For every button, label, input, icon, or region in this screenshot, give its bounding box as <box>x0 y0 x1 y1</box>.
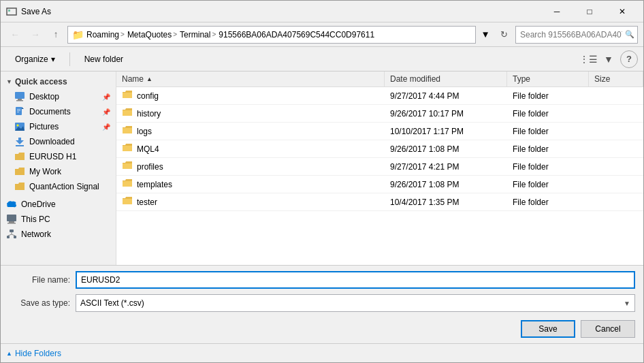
header-type[interactable]: Type <box>507 72 589 86</box>
svg-rect-2 <box>15 92 25 99</box>
sidebar-item-mywork[interactable]: My Work <box>1 164 116 179</box>
title-bar-controls: ─ □ ✕ <box>541 1 638 22</box>
sidebar-item-pictures-label: Pictures <box>29 122 59 131</box>
sidebar-item-onedrive[interactable]: OneDrive <box>1 197 116 212</box>
view-toggle-button[interactable]: ⋮ ☰ <box>579 50 597 68</box>
new-folder-label: New folder <box>84 54 123 64</box>
crumb-guid[interactable]: 915566BA06ADA407569C544CC0D97611 <box>219 30 374 40</box>
organize-arrow-icon: ▾ <box>51 54 55 64</box>
file-cell-name: history <box>116 105 385 122</box>
file-name-6: tester <box>137 198 157 207</box>
address-dropdown-button[interactable]: ▼ <box>479 27 492 43</box>
address-path[interactable]: 📁 Roaming > MetaQuotes > Terminal > 9155… <box>67 26 476 44</box>
sidebar-item-thispc[interactable]: This PC <box>1 212 116 227</box>
file-row[interactable]: config 9/27/2017 4:44 PM File folder <box>116 87 643 105</box>
pin-icon-desktop: 📌 <box>102 93 110 101</box>
bottom-area: File name: Save as type: ASCII Text (*.c… <box>1 265 643 343</box>
svg-rect-15 <box>7 215 16 221</box>
file-row[interactable]: MQL4 9/26/2017 1:08 PM File folder <box>116 140 643 158</box>
title-bar: Save As ─ □ ✕ <box>1 1 643 22</box>
sidebar-item-downloaded-label: Downloaded <box>29 137 75 146</box>
quick-access-header[interactable]: ▼ Quick access <box>1 74 116 89</box>
hide-folders-toggle[interactable]: ▲ Hide Folders <box>6 349 61 358</box>
svg-rect-3 <box>18 99 22 100</box>
svg-rect-17 <box>7 223 16 224</box>
toolbar: Organize ▾ New folder ⋮ ☰ ▼ ? <box>1 47 643 72</box>
sidebar-item-downloaded[interactable]: Downloaded <box>1 134 116 149</box>
file-row[interactable]: logs 10/10/2017 1:17 PM File folder <box>116 123 643 140</box>
file-cell-date-0: 9/27/2017 4:44 PM <box>385 87 507 104</box>
sidebar-item-documents[interactable]: Documents 📌 <box>1 104 116 119</box>
svg-rect-20 <box>14 236 16 238</box>
folder-icon-4 <box>122 161 133 172</box>
view-icon2: ☰ <box>589 54 598 65</box>
file-cell-size-1 <box>589 105 643 122</box>
file-row[interactable]: history 9/26/2017 10:17 PM File folder <box>116 105 643 123</box>
header-date[interactable]: Date modified <box>385 72 507 86</box>
forward-icon: → <box>31 29 39 40</box>
folder-icon-1 <box>122 108 133 119</box>
file-type-select[interactable]: ASCII Text (*.csv) ▼ <box>76 294 635 312</box>
sidebar-item-eurusd[interactable]: EURUSD H1 <box>1 149 116 164</box>
search-box[interactable]: 🔍 <box>515 26 638 44</box>
crumb-roaming[interactable]: Roaming > <box>86 30 125 40</box>
crumb-arrow-3: > <box>212 31 216 38</box>
organize-button[interactable]: Organize ▾ <box>6 50 64 69</box>
file-row[interactable]: templates 9/26/2017 1:08 PM File folder <box>116 176 643 193</box>
search-icon: 🔍 <box>625 30 634 39</box>
forward-button[interactable]: → <box>27 26 44 44</box>
close-button[interactable]: ✕ <box>607 1 638 22</box>
organize-label: Organize <box>15 54 48 64</box>
thispc-icon <box>6 214 17 225</box>
svg-rect-10 <box>17 112 19 112</box>
file-type-row: Save as type: ASCII Text (*.csv) ▼ <box>1 291 643 317</box>
view-icon: ⋮ <box>579 54 589 65</box>
sidebar-item-network-label: Network <box>21 230 51 239</box>
header-date-label: Date modified <box>390 74 440 84</box>
svg-rect-1 <box>8 10 10 12</box>
sidebar-item-thispc-label: This PC <box>21 215 50 224</box>
file-cell-name: logs <box>116 123 385 140</box>
file-cell-size-5 <box>589 176 643 193</box>
up-icon: ↑ <box>54 29 59 40</box>
header-size[interactable]: Size <box>589 72 643 86</box>
crumb-roaming-label: Roaming <box>86 30 119 40</box>
help-button[interactable]: ? <box>620 50 638 68</box>
svg-rect-4 <box>16 100 23 101</box>
crumb-arrow-1: > <box>120 31 125 38</box>
folder-icon-6 <box>122 196 133 208</box>
refresh-button[interactable]: ↻ <box>495 26 513 44</box>
pictures-icon <box>14 121 25 132</box>
sidebar-item-eurusd-label: EURUSD H1 <box>29 152 76 161</box>
file-cell-type-1: File folder <box>507 105 589 122</box>
toolbar-right: ⋮ ☰ ▼ ? <box>579 50 638 68</box>
crumb-metaquotes-label: MetaQuotes <box>127 30 172 40</box>
file-list-header: Name ▲ Date modified Type Size <box>116 72 643 87</box>
search-input[interactable] <box>520 30 622 40</box>
sidebar-item-pictures[interactable]: Pictures 📌 <box>1 119 116 134</box>
file-cell-name: tester <box>116 193 385 210</box>
file-cell-type-3: File folder <box>507 140 589 157</box>
cancel-button[interactable]: Cancel <box>581 320 635 338</box>
header-name[interactable]: Name ▲ <box>116 72 385 86</box>
file-name-input[interactable] <box>76 271 635 289</box>
svg-rect-18 <box>10 230 14 232</box>
header-type-label: Type <box>513 74 530 84</box>
back-button[interactable]: ← <box>6 26 24 44</box>
new-folder-button[interactable]: New folder <box>76 50 132 69</box>
quantaction-folder-icon <box>14 181 25 192</box>
file-cell-date-4: 9/27/2017 4:21 PM <box>385 158 507 175</box>
sidebar-item-quantaction[interactable]: QuantAction Signal <box>1 179 116 194</box>
file-row[interactable]: profiles 9/27/2017 4:21 PM File folder <box>116 158 643 176</box>
minimize-button[interactable]: ─ <box>541 1 573 22</box>
svg-rect-9 <box>17 110 20 111</box>
crumb-metaquotes[interactable]: MetaQuotes > <box>127 30 177 40</box>
file-row[interactable]: tester 10/4/2017 1:35 PM File folder <box>116 193 643 211</box>
view-dropdown-button[interactable]: ▼ <box>600 50 617 68</box>
sidebar-item-network[interactable]: Network <box>1 227 116 242</box>
up-button[interactable]: ↑ <box>47 26 65 44</box>
save-button[interactable]: Save <box>521 320 575 338</box>
crumb-terminal[interactable]: Terminal > <box>180 30 216 40</box>
maximize-button[interactable]: □ <box>574 1 605 22</box>
sidebar-item-desktop[interactable]: Desktop 📌 <box>1 89 116 104</box>
